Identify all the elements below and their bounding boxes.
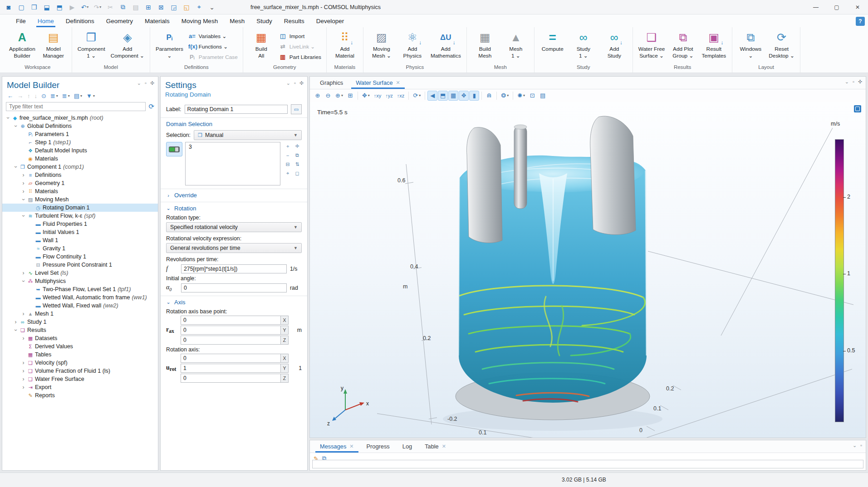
tree-item-component-1[interactable]: ›❐Component 1(comp1)	[2, 163, 158, 171]
save-icon[interactable]: ⬓	[41, 2, 53, 13]
panel-float-icon[interactable]: ▫	[860, 443, 862, 448]
duplicate-icon[interactable]: ⊞	[142, 2, 154, 13]
tree-item-definitions[interactable]: ›≡Definitions	[2, 171, 158, 179]
paste-icon[interactable]: ▤	[130, 2, 142, 13]
model-tree-node-text-icon[interactable]: ▤▾	[73, 92, 83, 100]
functions-button[interactable]: f(x)Functions ⌄	[186, 42, 240, 51]
go-to-xy-view-icon[interactable]: ↑xy	[372, 91, 383, 101]
tree-expand-icon[interactable]: ›	[20, 172, 26, 178]
zoom-box-icon[interactable]: ⊞	[345, 91, 355, 101]
panel-menu-icon[interactable]: ⌄	[845, 79, 849, 85]
cut-icon[interactable]: ✂	[104, 2, 116, 13]
go-forward-icon[interactable]: →	[16, 92, 25, 100]
refresh-icon[interactable]: ⟳	[148, 102, 154, 111]
menu-tab-home[interactable]: Home	[32, 15, 60, 27]
tree-expand-icon[interactable]: ›	[20, 376, 26, 382]
close-icon[interactable]: ✕	[396, 80, 400, 86]
print-icon[interactable]: ▤	[538, 91, 548, 101]
new-file-icon[interactable]: ▢	[15, 2, 27, 13]
filter-input[interactable]	[6, 102, 146, 111]
parameters-button[interactable]: PᵢParameters⌄	[153, 29, 186, 60]
rotation-type-dropdown[interactable]: Specified rotational velocity▼	[166, 222, 302, 232]
menu-tab-study[interactable]: Study	[250, 15, 278, 27]
tree-item-initial-values-1[interactable]: ▬Initial Values 1	[2, 228, 158, 236]
tab-log[interactable]: Log	[396, 440, 418, 453]
tree-expand-icon[interactable]: ›	[20, 368, 26, 374]
tab-water-surface[interactable]: Water Surface✕	[349, 77, 407, 89]
image-snapshot-icon[interactable]: ⊡	[527, 91, 537, 101]
tab-table[interactable]: Table✕	[418, 440, 452, 453]
filter-icon[interactable]: ▼▾	[85, 92, 96, 100]
zoom-out-icon[interactable]: ⊖	[323, 91, 333, 101]
menu-tab-definitions[interactable]: Definitions	[60, 15, 100, 27]
water-free-surface-button[interactable]: ❑Water FreeSurface ⌄	[636, 29, 667, 60]
tree-item-geometry-1[interactable]: ›▱Geometry 1	[2, 179, 158, 187]
tree-item-tables[interactable]: ▦Tables	[2, 351, 158, 359]
rotation-axis-z-input[interactable]	[181, 374, 280, 383]
tree-item-water-free-surface[interactable]: ›❑Water Free Surface	[2, 375, 158, 383]
remove-from-selection-icon[interactable]: −	[283, 151, 292, 160]
rotation-axis-x-input[interactable]	[181, 354, 280, 363]
menu-tab-moving-mesh[interactable]: Moving Mesh	[176, 15, 224, 27]
menu-tab-results[interactable]: Results	[278, 15, 310, 27]
tree-expand-icon[interactable]: ›	[20, 278, 27, 284]
tree-item-wetted-wall-fixed-wall[interactable]: ▬Wetted Wall, Fixed wall(ww2)	[2, 302, 158, 310]
tree-item-results[interactable]: ›❏Results	[2, 326, 158, 334]
move-up-icon[interactable]: ↑	[26, 92, 32, 100]
selection-list-item[interactable]: 3	[189, 144, 277, 150]
show-axis-orientation-icon[interactable]: ✥	[459, 91, 469, 101]
update-plot-icon[interactable]: ✺▾	[515, 91, 527, 101]
study-1-button[interactable]: ∞Study1 ⌄	[569, 29, 598, 60]
minimize-button[interactable]: —	[805, 0, 826, 15]
tab-messages[interactable]: Messages✕	[314, 440, 360, 453]
tree-expand-icon[interactable]: ›	[20, 360, 26, 366]
collapse-all-icon[interactable]: ≣▾	[61, 92, 71, 100]
base-point-z-input[interactable]	[181, 336, 280, 345]
run-icon[interactable]: ▶	[66, 2, 78, 13]
show-color-legend-icon[interactable]: ▮	[469, 91, 479, 101]
delete-icon[interactable]: ⊠	[155, 2, 167, 13]
velocity-expression-dropdown[interactable]: General revolutions per time▼	[166, 243, 302, 253]
tree-expand-icon[interactable]: ›	[20, 270, 26, 276]
plot-context-icon[interactable]	[854, 105, 861, 112]
add-component-button[interactable]: ◈AddComponent ⌄	[108, 29, 147, 60]
tree-item-rotating-domain-1[interactable]: ◷Rotating Domain 1	[2, 204, 158, 212]
save-as-icon[interactable]: ⬒	[54, 2, 65, 13]
chevron-right-icon[interactable]: ›	[166, 193, 171, 198]
rotation-axis-y-input[interactable]	[181, 364, 280, 373]
create-selection-icon[interactable]: ✛	[293, 142, 302, 151]
tree-expand-icon[interactable]: ›	[20, 335, 26, 341]
tree-item-reports[interactable]: ✎Reports	[2, 391, 158, 399]
windows-button[interactable]: ⧉Windows⌄	[736, 29, 765, 60]
reset-desktop-button[interactable]: ⟳ResetDesktop ⌄	[766, 29, 796, 60]
tree-expand-icon[interactable]: ›	[20, 384, 26, 390]
zoom-to-selection-icon[interactable]: ⌖	[283, 169, 292, 178]
base-point-y-input[interactable]	[181, 326, 280, 335]
result-templates-button[interactable]: ▣↓ResultTemplates	[699, 29, 729, 60]
tree-item-gravity-1[interactable]: ≈Gravity 1	[2, 244, 158, 253]
tree-item-materials[interactable]: ◉Materials	[2, 155, 158, 163]
zoom-in-icon[interactable]: ⊕	[313, 91, 323, 101]
tree-item-velocity-spf-[interactable]: ›❑Velocity (spf)	[2, 359, 158, 367]
scene-appearance-icon[interactable]: ❂▾	[499, 91, 510, 101]
tree-expand-icon[interactable]: ›	[5, 115, 11, 121]
toolbar-overflow-icon[interactable]: ⌄	[206, 2, 218, 13]
panel-float-icon[interactable]: ▫	[853, 79, 854, 85]
build-mesh-button[interactable]: ▦BuildMesh	[470, 29, 500, 60]
tab-progress[interactable]: Progress	[360, 440, 396, 453]
tree-item-materials[interactable]: ›⠿Materials	[2, 187, 158, 195]
expand-all-icon[interactable]: ≣▾	[49, 92, 59, 100]
graphics-canvas[interactable]: y x z Time=5.5 s m/s 210.5 0.60.4m0.2-0.…	[310, 102, 866, 438]
show-icon[interactable]: ⊙	[40, 92, 48, 100]
tree-expand-icon[interactable]: ›	[20, 311, 26, 317]
panel-float-icon[interactable]: ▫	[145, 80, 147, 86]
view-lock-icon[interactable]: ⋒	[484, 91, 494, 101]
menu-tab-materials[interactable]: Materials	[139, 15, 176, 27]
go-to-xz-view-icon[interactable]: ↑xz	[395, 91, 407, 101]
tree-item-parameters-1[interactable]: PᵢParameters 1	[2, 130, 158, 138]
tree-item-study-1[interactable]: ›∞Study 1	[2, 318, 158, 326]
tree-item-default-model-inputs[interactable]: ❖Default Model Inputs	[2, 146, 158, 155]
tree-item-fluid-properties-1[interactable]: ▬Fluid Properties 1	[2, 220, 158, 228]
add-to-selection-icon[interactable]: ＋	[283, 142, 292, 151]
tree-item-wall-1[interactable]: ▬Wall 1	[2, 236, 158, 244]
